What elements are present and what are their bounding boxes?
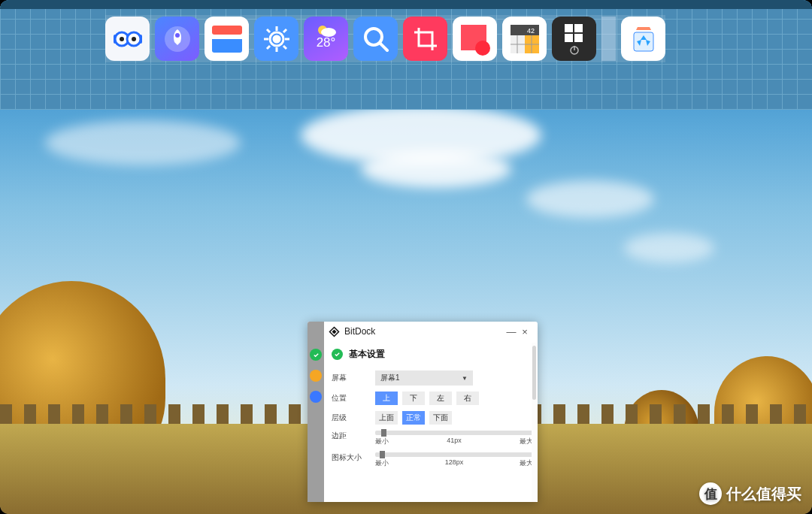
svg-rect-27 xyxy=(565,34,573,42)
desktop-wallpaper: 28° 42 BitDock xyxy=(0,0,812,514)
svg-point-17 xyxy=(475,41,490,56)
svg-rect-26 xyxy=(574,24,583,32)
sidebar-tab-appearance[interactable] xyxy=(310,370,322,382)
search-icon[interactable] xyxy=(353,17,398,61)
icon-size-slider[interactable] xyxy=(375,452,533,457)
svg-rect-9 xyxy=(212,35,242,39)
watermark-badge: 值 xyxy=(699,482,722,505)
position-top-button[interactable]: 上 xyxy=(375,392,398,405)
files-folder-icon[interactable] xyxy=(205,17,249,61)
icon-size-value: 128px xyxy=(445,458,464,468)
position-right-button[interactable]: 右 xyxy=(456,392,479,405)
watermark: 值 什么值得买 xyxy=(699,482,801,505)
svg-point-11 xyxy=(274,36,280,42)
scrollbar-thumb[interactable] xyxy=(532,346,536,400)
icon-size-label: 图标大小 xyxy=(332,452,375,468)
position-label: 位置 xyxy=(332,393,375,404)
layer-below-button[interactable]: 下面 xyxy=(429,411,452,425)
svg-rect-18 xyxy=(511,25,539,35)
margin-label: 边距 xyxy=(332,431,375,446)
layer-normal-button[interactable]: 正常 xyxy=(402,411,425,425)
weather-icon[interactable]: 28° xyxy=(304,17,348,61)
svg-point-4 xyxy=(132,37,136,41)
position-left-button[interactable]: 左 xyxy=(429,392,452,405)
rocket-launcher-icon[interactable] xyxy=(155,17,199,61)
svg-point-3 xyxy=(120,37,124,41)
screenshot-crop-icon[interactable] xyxy=(403,17,447,61)
close-button[interactable]: × xyxy=(518,326,532,337)
layer-above-button[interactable]: 上面 xyxy=(375,411,398,425)
minimize-button[interactable]: — xyxy=(504,326,518,337)
svg-rect-31 xyxy=(634,32,653,51)
dock-separator xyxy=(601,17,616,61)
dock-bar: 28° 42 xyxy=(105,15,665,62)
settings-scrollbar[interactable] xyxy=(532,343,537,502)
sidebar-tab-general[interactable] xyxy=(310,349,322,361)
bitdock-settings-window: BitDock — × 基本设置 屏幕 屏幕1 位置 上 下 xyxy=(308,322,538,502)
section-check-icon xyxy=(332,349,343,360)
svg-text:42: 42 xyxy=(526,27,534,35)
section-title: 基本设置 xyxy=(349,349,385,360)
settings-gear-icon[interactable] xyxy=(254,17,298,61)
weather-reading: 28° xyxy=(317,35,336,50)
margin-slider[interactable] xyxy=(375,431,533,435)
position-bottom-button[interactable]: 下 xyxy=(402,392,425,405)
scale-min: 最小 xyxy=(375,437,389,446)
bitdock-logo-icon xyxy=(329,326,340,337)
recycle-bin-icon[interactable] xyxy=(621,17,665,61)
sidebar-tab-advanced[interactable] xyxy=(310,391,322,403)
calculator-icon[interactable]: 42 xyxy=(502,17,547,61)
sticky-notes-icon[interactable] xyxy=(453,17,497,61)
settings-section-header: 基本设置 xyxy=(324,341,538,363)
svg-rect-25 xyxy=(565,24,573,32)
margin-value: 41px xyxy=(447,437,462,446)
settings-app-title: BitDock xyxy=(344,326,375,337)
start-menu-icon[interactable] xyxy=(552,17,596,61)
svg-rect-28 xyxy=(574,34,583,42)
screen-label: 屏幕 xyxy=(332,373,375,383)
svg-rect-7 xyxy=(212,26,242,35)
settings-titlebar: BitDock — × xyxy=(324,322,538,341)
svg-marker-33 xyxy=(332,329,337,334)
svg-point-6 xyxy=(175,33,180,38)
screen-select[interactable]: 屏幕1 xyxy=(375,370,473,386)
svg-line-15 xyxy=(380,43,387,50)
layer-label: 层级 xyxy=(332,413,375,423)
geek-app-icon[interactable] xyxy=(105,17,150,61)
scale-min: 最小 xyxy=(375,458,389,468)
settings-sidebar xyxy=(308,322,324,502)
watermark-text: 什么值得买 xyxy=(726,484,801,504)
